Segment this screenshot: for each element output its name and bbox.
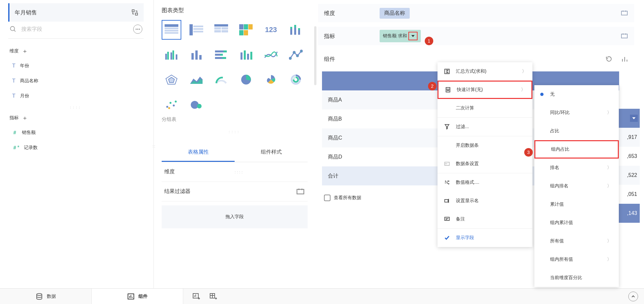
chart-type-line-dot[interactable] xyxy=(286,45,306,65)
bottom-tab-component[interactable]: 组件 xyxy=(92,289,183,304)
svg-rect-7 xyxy=(165,24,178,27)
filter-link-icon[interactable] xyxy=(296,188,305,196)
submenu-all-values[interactable]: 所有值 〉 xyxy=(534,232,619,250)
svg-rect-45 xyxy=(241,52,242,60)
chart-type-kpi[interactable]: 123 xyxy=(261,20,281,40)
svg-point-80 xyxy=(447,90,448,91)
checkbox-icon[interactable] xyxy=(324,195,331,201)
filter-dropzone[interactable]: 拖入字段 xyxy=(162,205,308,228)
bar-chart-icon[interactable] xyxy=(621,56,628,62)
chart-icon xyxy=(127,293,134,300)
field-month[interactable]: T 月份 xyxy=(8,88,144,104)
value-cell-total: ,143 xyxy=(617,204,640,223)
field-sales[interactable]: ＃ 销售额 xyxy=(8,125,144,140)
link-icon[interactable] xyxy=(620,32,628,40)
svg-rect-15 xyxy=(214,24,228,27)
tab-table-props[interactable]: 表格属性 xyxy=(162,143,235,162)
svg-rect-40 xyxy=(224,50,227,52)
chevron-right-icon: 〉 xyxy=(607,238,612,244)
field-product-name[interactable]: T 商品名称 xyxy=(8,73,144,88)
field-record-count[interactable]: ＃* 记录数 xyxy=(8,140,144,155)
menu-filter[interactable]: 过滤... xyxy=(438,118,532,136)
dimensions-header: 维度 ＋ xyxy=(9,47,144,55)
dimension-shelf: 维度 商品名称 xyxy=(318,4,634,22)
submenu-group-percent[interactable]: 组内占比 xyxy=(534,140,619,159)
add-chart-icon[interactable] xyxy=(192,293,200,300)
submenu-group-cumulative[interactable]: 组内累计值 xyxy=(534,214,619,232)
indicator-dropdown-button[interactable] xyxy=(408,32,418,40)
submenu-dimension-percent[interactable]: 当前维度百分比 xyxy=(534,269,619,287)
submenu-group-rank[interactable]: 组内排名 〉 xyxy=(534,177,619,195)
search-input[interactable] xyxy=(21,26,129,32)
more-options-button[interactable] xyxy=(133,25,142,34)
chart-type-column-compare[interactable] xyxy=(236,45,256,65)
menu-number-format[interactable]: N 数值格式.... xyxy=(438,173,532,192)
svg-rect-39 xyxy=(215,50,224,52)
submenu-rank[interactable]: 排名 〉 xyxy=(534,159,619,177)
chart-type-detail-table[interactable] xyxy=(211,20,231,40)
chart-type-rose[interactable] xyxy=(261,70,281,89)
submenu-group-all-values[interactable]: 组内所有值 〉 xyxy=(534,250,619,269)
submenu-none[interactable]: 无 xyxy=(534,85,619,104)
submenu-label: 累计值 xyxy=(550,201,564,207)
chart-type-donut-multi[interactable] xyxy=(286,70,306,89)
field-year[interactable]: T 年份 xyxy=(8,58,144,73)
prop-result-filter-row[interactable]: 结果过滤器 xyxy=(162,182,308,201)
value-cell: ,051 xyxy=(617,185,640,204)
view-all-label: 查看所有数据 xyxy=(334,195,361,201)
chart-type-bubble[interactable] xyxy=(187,95,206,114)
value-dropdown-button[interactable] xyxy=(630,115,638,122)
svg-rect-23 xyxy=(239,30,243,35)
search-row xyxy=(8,26,144,39)
chart-type-pie[interactable] xyxy=(236,70,256,89)
add-indicator-button[interactable]: ＋ xyxy=(22,114,28,122)
submenu-label: 同比/环比 xyxy=(550,110,570,116)
chart-type-title: 图表类型 xyxy=(162,7,308,14)
quick-calc-submenu: 无 同比/环比 〉 占比 组内占比 排名 〉 组内排名 〉 累计值 组内累计值 … xyxy=(534,85,619,287)
svg-rect-0 xyxy=(132,10,134,12)
menu-note[interactable]: 备注 xyxy=(438,210,532,228)
dataset-selector[interactable]: 年月销售 xyxy=(8,3,144,22)
swap-icon[interactable] xyxy=(131,9,138,16)
link-icon[interactable] xyxy=(620,10,628,17)
menu-label: 显示字段 xyxy=(456,235,527,241)
indicators-label: 指标 xyxy=(9,115,19,121)
menu-enable-data-bar[interactable]: 开启数据条 xyxy=(438,136,532,155)
tab-component-style[interactable]: 组件样式 xyxy=(235,143,308,162)
chart-type-grid: 123 xyxy=(162,20,308,114)
restore-icon[interactable] xyxy=(605,56,613,62)
field-label: 记录数 xyxy=(24,145,38,151)
dimension-chip-product[interactable]: 商品名称 xyxy=(380,8,410,19)
menu-display-name[interactable]: 设置显示名 xyxy=(438,192,532,210)
menu-quick-calc[interactable]: 快速计算(无) 〉 xyxy=(438,81,532,99)
number-field-star-icon: ＃* xyxy=(12,144,19,151)
submenu-label: 所有值 xyxy=(550,238,564,244)
chart-type-color-table[interactable] xyxy=(236,20,256,40)
spacer-handle[interactable]: :::: xyxy=(162,128,308,136)
chart-type-area[interactable] xyxy=(187,70,206,89)
indicator-chip-sales[interactable]: 销售额 求和 xyxy=(380,30,421,42)
expand-button[interactable] xyxy=(628,292,638,301)
chart-type-radar[interactable] xyxy=(162,70,181,89)
menu-show-field[interactable]: 显示字段 xyxy=(438,229,532,247)
prop-dimension-row[interactable]: 维度 :::: xyxy=(162,162,308,182)
submenu-percent[interactable]: 占比 xyxy=(534,122,619,140)
chart-type-cross-table[interactable] xyxy=(187,20,206,40)
drag-handle-icon[interactable]: :::: xyxy=(235,170,305,174)
chart-type-bar[interactable] xyxy=(211,45,231,65)
submenu-cumulative[interactable]: 累计值 xyxy=(534,195,619,214)
chart-type-gauge[interactable] xyxy=(211,70,231,89)
chart-type-column[interactable] xyxy=(187,45,206,65)
chart-type-column-stacked[interactable] xyxy=(286,20,306,40)
chart-type-line-multi[interactable] xyxy=(261,45,281,65)
add-component-icon[interactable] xyxy=(209,293,217,300)
selected-chart-label: 分组表 xyxy=(162,116,308,123)
chart-type-group-table[interactable] xyxy=(162,20,181,40)
chart-type-scatter[interactable] xyxy=(162,95,181,114)
add-dimension-button[interactable]: ＋ xyxy=(22,47,28,55)
chart-type-column-multi[interactable] xyxy=(162,45,181,65)
menu-agg-method[interactable]: 汇总方式(求和) 〉 xyxy=(438,62,532,81)
prop-row-label: 维度 xyxy=(164,168,235,175)
value-column-header[interactable] xyxy=(617,109,640,128)
bottom-tab-data[interactable]: 数据 xyxy=(0,289,92,304)
